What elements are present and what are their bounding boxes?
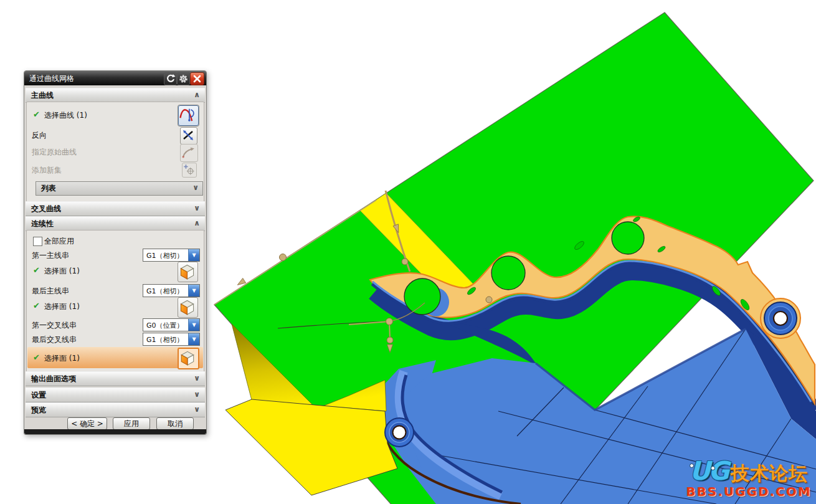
- check-icon: ✔: [33, 301, 40, 310]
- apply-all-label: 全部应用: [44, 236, 74, 247]
- check-icon: ✔: [33, 110, 40, 119]
- first-cross-dropdown[interactable]: G0（位置） ▼: [143, 318, 200, 331]
- section-label: 输出曲面选项: [31, 374, 76, 384]
- reverse-direction-button[interactable]: [180, 127, 197, 145]
- dropdown-arrow-icon[interactable]: ▼: [188, 249, 199, 261]
- section-continuity[interactable]: 连续性 ∧: [26, 216, 205, 231]
- section-output-surface-options[interactable]: 输出曲面选项 ∨: [26, 371, 205, 386]
- add-new-set-button[interactable]: [182, 163, 197, 178]
- section-label: 连续性: [31, 219, 54, 229]
- ug-logo: UG: [690, 456, 728, 486]
- face-cube-icon: [179, 349, 196, 366]
- last-cross-label: 最后交叉线串: [32, 335, 77, 345]
- first-primary-dropdown[interactable]: G1（相切） ▼: [143, 249, 200, 262]
- through-curve-mesh-dialog: 通过曲线网格 主曲线 ∧ ✔ 选择曲线 (1): [24, 70, 207, 435]
- application-window: UG 技术论坛 BBS.UGGD.COM 通过曲线网格 主曲线 ∧ ✔: [0, 0, 816, 504]
- fish-eye-icon: [690, 464, 694, 468]
- chevron-up-icon[interactable]: ∧: [194, 90, 200, 99]
- section-primary-curves[interactable]: 主曲线 ∧: [26, 88, 205, 103]
- reverse-label: 反向: [32, 130, 47, 141]
- dropdown-value: G1（相切）: [146, 287, 184, 296]
- first-cross-label: 第一交叉线串: [32, 320, 77, 331]
- boss-hole-right: [761, 298, 800, 338]
- last-cross-dropdown[interactable]: G1（相切） ▼: [143, 333, 200, 346]
- watermark-name: 技术论坛: [731, 462, 808, 484]
- select-face-button-2[interactable]: [178, 297, 198, 318]
- fish-eye-icon: [711, 466, 715, 470]
- chevron-down-icon[interactable]: ∨: [194, 405, 200, 414]
- check-icon: ✔: [33, 265, 40, 275]
- chevron-down-icon[interactable]: ∨: [194, 204, 200, 212]
- section-label: 预览: [31, 405, 46, 416]
- curve-icon: [179, 106, 197, 124]
- section-label: 设置: [31, 390, 46, 401]
- last-primary-dropdown[interactable]: G1（相切） ▼: [143, 284, 200, 297]
- specify-origin-curve-button[interactable]: [180, 144, 198, 162]
- select-face-label: 选择面 (1): [44, 353, 80, 364]
- section-settings[interactable]: 设置 ∨: [26, 388, 205, 402]
- chevron-up-icon[interactable]: ∧: [194, 219, 200, 227]
- check-icon: ✔: [33, 353, 40, 362]
- select-face-label: 选择面 (1): [44, 266, 80, 277]
- dialog-title: 通过曲线网格: [29, 74, 74, 84]
- dropdown-arrow-icon[interactable]: ▼: [188, 285, 199, 297]
- cancel-button[interactable]: 取消: [156, 417, 194, 430]
- dialog-titlebar[interactable]: 通过曲线网格: [24, 71, 206, 85]
- dropdown-value: G1（相切）: [146, 251, 184, 260]
- ok-button[interactable]: < 确定 >: [67, 417, 107, 430]
- settings-gear-icon[interactable]: [177, 72, 190, 85]
- list-label: 列表: [41, 183, 56, 194]
- chevron-down-icon[interactable]: ∨: [194, 374, 200, 383]
- apply-all-checkbox[interactable]: [33, 237, 42, 246]
- reverse-icon: [181, 128, 196, 143]
- dialog-bottom-bar: [24, 429, 206, 434]
- last-primary-label: 最后主线串: [32, 286, 69, 297]
- section-label: 交叉曲线: [31, 204, 61, 214]
- dropdown-arrow-icon[interactable]: ▼: [188, 333, 199, 345]
- face-cube-icon: [178, 298, 196, 316]
- reset-icon[interactable]: [164, 72, 177, 85]
- section-preview[interactable]: 预览 ∨: [26, 402, 205, 417]
- select-face-label: 选择面 (1): [44, 302, 80, 312]
- select-face-button-1[interactable]: [178, 262, 198, 282]
- select-curve-label: 选择曲线 (1): [44, 110, 87, 121]
- apply-button[interactable]: 应用: [113, 417, 150, 430]
- chevron-down-icon[interactable]: ∨: [194, 390, 200, 399]
- add-set-icon: [183, 163, 195, 176]
- select-curve-button[interactable]: [178, 105, 199, 126]
- specify-origin-curve-label: 指定原始曲线: [32, 147, 77, 158]
- chevron-down-icon[interactable]: ∨: [192, 183, 199, 192]
- dropdown-value: G1（相切）: [146, 335, 184, 345]
- forum-watermark: UG 技术论坛 BBS.UGGD.COM: [681, 459, 816, 498]
- dropdown-arrow-icon[interactable]: ▼: [188, 319, 199, 331]
- section-label: 主曲线: [31, 90, 54, 101]
- dropdown-value: G0（位置）: [146, 321, 184, 330]
- list-bar[interactable]: 列表 ∨: [36, 181, 203, 196]
- first-primary-label: 第一主线串: [32, 250, 69, 261]
- add-new-set-label: 添加新集: [32, 165, 62, 176]
- face-cube-icon: [178, 262, 196, 280]
- origin-curve-icon: [181, 145, 196, 160]
- select-face-button-3[interactable]: [178, 348, 199, 369]
- watermark-url: BBS.UGGD.COM: [681, 485, 816, 498]
- section-cross-curves[interactable]: 交叉曲线 ∨: [26, 201, 205, 216]
- boss-hole-left: [385, 418, 414, 447]
- close-icon[interactable]: [190, 72, 204, 85]
